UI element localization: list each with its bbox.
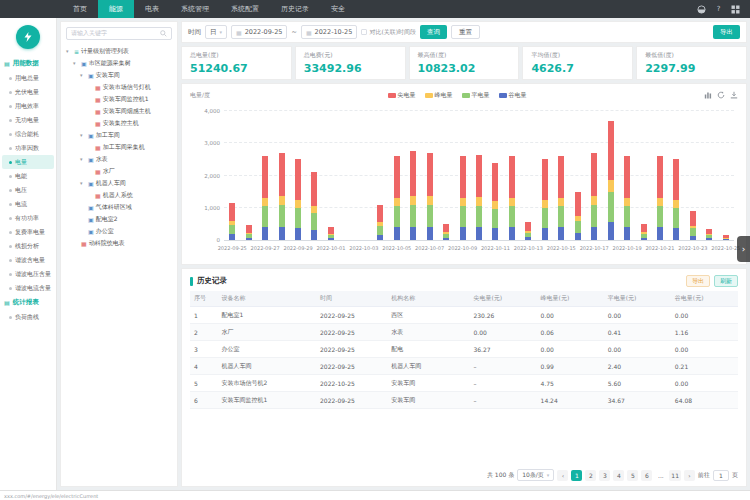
sidebar-item[interactable]: 电量 [2,155,54,169]
tree-node[interactable]: ▦机器人系统 [64,189,174,201]
bar-segment[interactable] [558,227,564,240]
bar-segment[interactable] [542,159,548,199]
bar-segment[interactable] [591,205,597,227]
topbar-tab[interactable]: 系统配置 [220,0,270,18]
query-button[interactable]: 查询 [420,25,447,39]
bar-segment[interactable] [492,201,498,209]
tree-node[interactable]: ▾▣机器人车间 [64,177,174,189]
tree-node[interactable]: ▦加工车间采集机 [64,141,174,153]
bar-segment[interactable] [509,227,515,240]
bar-segment[interactable] [377,226,383,235]
legend-item[interactable]: 峰电量 [425,91,453,100]
bar-segment[interactable] [246,225,252,232]
table-row[interactable]: 2水厂2022-09-25水表0.000.060.411.16 [190,324,738,341]
sidebar-item[interactable]: 谐波含电量 [0,253,56,267]
bar-segment[interactable] [229,221,235,225]
bar-segment[interactable] [410,227,416,240]
bar-segment[interactable] [229,225,235,234]
bar-segment[interactable] [443,232,449,234]
column-header[interactable]: 机构名称 [387,291,469,307]
refresh-icon[interactable] [717,91,725,99]
bar-segment[interactable] [641,234,647,238]
history-export-button[interactable]: 导出 [686,275,710,287]
tree-node[interactable]: ▣办公室 [64,225,174,237]
bar-segment[interactable] [657,198,663,206]
next-page-button[interactable]: › [684,470,695,481]
bar-segment[interactable] [509,198,515,206]
goto-page-input[interactable]: 1 [713,470,729,481]
bar-segment[interactable] [525,222,531,231]
bar-segment[interactable] [476,155,482,198]
column-header[interactable]: 谷电量(元) [671,291,738,307]
bar-segment[interactable] [279,196,285,205]
bar-segment[interactable] [558,198,564,206]
bar-segment[interactable] [542,200,548,208]
bar-segment[interactable] [460,156,466,198]
bar-segment[interactable] [427,196,433,205]
bar-segment[interactable] [673,228,679,240]
bar-segment[interactable] [492,163,498,202]
bar-segment[interactable] [575,233,581,240]
bar-segment[interactable] [246,234,252,238]
bar-segment[interactable] [525,237,531,240]
history-refresh-button[interactable]: 刷新 [714,275,738,287]
bar-segment[interactable] [460,227,466,240]
sidebar-item[interactable]: 功率因数 [0,141,56,155]
sidebar-item[interactable]: 无功电量 [0,113,56,127]
tree-node[interactable]: ▦安装车间监控机1 [64,93,174,105]
bar-segment[interactable] [410,151,416,195]
bar-segment[interactable] [525,233,531,237]
column-header[interactable]: 尖电量(元) [469,291,536,307]
bar-segment[interactable] [443,238,449,240]
page-button[interactable]: 1 [571,470,582,481]
legend-item[interactable]: 谷电量 [499,91,527,100]
table-row[interactable]: 5安装市场信号机22022-10-25安装车间–4.755.600.00 [190,375,738,392]
bar-segment[interactable] [723,238,729,239]
column-header[interactable]: 峰电量(元) [537,291,604,307]
bar-segment[interactable] [460,198,466,206]
sidebar-item[interactable]: 用电效率 [0,99,56,113]
bar-segment[interactable] [673,159,679,199]
bar-segment[interactable] [641,224,647,232]
bar-segment[interactable] [311,172,317,206]
bar-segment[interactable] [377,222,383,226]
bar-segment[interactable] [706,229,712,235]
bar-segment[interactable] [328,238,334,240]
sidebar-section-header[interactable]: ▤统计报表 [0,295,56,310]
sidebar-item[interactable]: 电压 [0,183,56,197]
bar-segment[interactable] [328,227,334,233]
bar-segment[interactable] [229,203,235,222]
bar-segment[interactable] [460,206,466,227]
bar-segment[interactable] [328,234,334,235]
help-icon[interactable]: ? [714,5,723,14]
bar-segment[interactable] [558,206,564,227]
bar-segment[interactable] [624,198,630,206]
bar-segment[interactable] [624,156,630,198]
sidebar-item[interactable]: 光伏电量 [0,85,56,99]
granularity-select[interactable]: 日 ▾ [205,25,227,39]
bar-segment[interactable] [673,200,679,208]
bar-segment[interactable] [262,198,268,206]
sidebar-item[interactable]: 综合能耗 [0,127,56,141]
bar-segment[interactable] [690,228,696,235]
bar-segment[interactable] [311,213,317,230]
bar-segment[interactable] [377,205,383,223]
legend-item[interactable]: 平电量 [462,91,490,100]
tree-node[interactable]: ▾▣水表 [64,153,174,165]
bar-segment[interactable] [690,226,696,229]
bar-segment[interactable] [229,234,235,240]
bar-segment[interactable] [427,153,433,197]
table-row[interactable]: 1配电室12022-09-25西区230.260.000.000.00 [190,307,738,324]
page-button[interactable]: 11 [669,470,681,481]
bar-segment[interactable] [476,227,482,240]
tree-node[interactable]: ▦动科院统电表 [64,237,174,249]
bar-segment[interactable] [394,227,400,240]
bar-segment[interactable] [608,192,614,222]
bar-segment[interactable] [673,208,679,228]
bar-segment[interactable] [394,198,400,206]
sidebar-item[interactable]: 复费率电量 [0,225,56,239]
sidebar-item[interactable]: 电能 [0,169,56,183]
column-header[interactable]: 平电量(元) [604,291,671,307]
bar-segment[interactable] [279,227,285,240]
bar-segment[interactable] [641,232,647,234]
